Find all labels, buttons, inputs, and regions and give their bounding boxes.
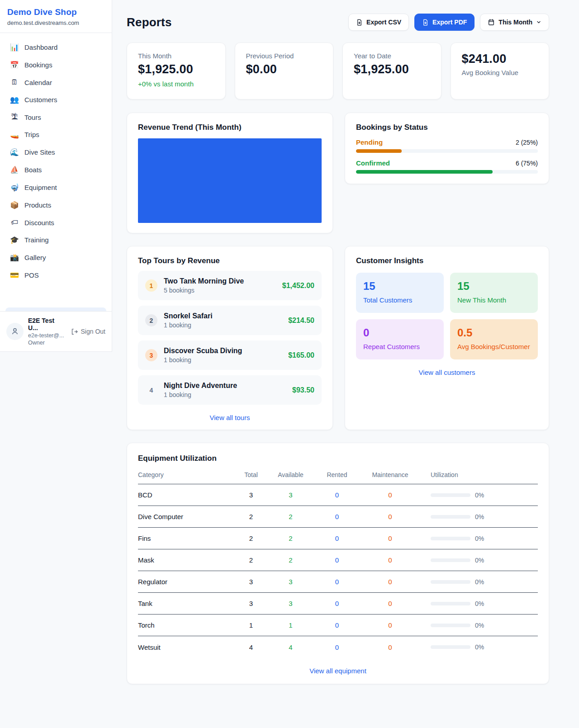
nav-item-icon: 🏝 — [10, 113, 19, 121]
sidebar-nav-item[interactable]: 🗓 Calendar — [5, 74, 106, 91]
insight-tile: 15 Total Customers — [356, 273, 444, 313]
nav-item-icon: 📸 — [10, 253, 19, 262]
sidebar-nav-item[interactable]: 🎓 Training — [5, 231, 106, 249]
stat-card: This Month $1,925.00 +0% vs last month — [127, 43, 226, 99]
status-count: 2 (25%) — [516, 139, 538, 146]
cell-rented: 0 — [314, 534, 360, 542]
sidebar-nav-item[interactable]: 🚤 Trips — [5, 126, 106, 143]
top-tours-card: Top Tours by Revenue 1 Two Tank Morning … — [127, 246, 333, 430]
stat-delta: +0% vs last month — [138, 80, 214, 88]
sidebar-nav: 📊 Dashboard 📅 Bookings 🗓 Calendar 👥 Cust… — [0, 33, 112, 307]
period-dropdown[interactable]: This Month — [480, 14, 549, 31]
status-list: Pending 2 (25%) Confirmed 6 (75%) — [356, 138, 538, 174]
tour-amount: $165.00 — [288, 351, 314, 359]
customer-insights-card: Customer Insights 15 Total Customers 15 … — [345, 246, 549, 430]
sidebar-nav-item[interactable]: 👥 Customers — [5, 91, 106, 109]
col-header-total: Total — [235, 471, 267, 478]
stat-value: $0.00 — [246, 62, 323, 76]
nav-item-label: Training — [24, 236, 49, 244]
sidebar-nav-item[interactable]: 🏷 Discounts — [5, 214, 106, 231]
nav-item-icon: 👥 — [10, 95, 19, 104]
tour-row: 4 Night Dive Adventure 1 booking $93.50 — [138, 375, 322, 405]
revenue-trend-title: Revenue Trend (This Month) — [138, 123, 322, 132]
table-row: Wetsuit 4 4 0 0 0% — [138, 636, 538, 658]
cell-rented: 0 — [314, 556, 360, 564]
equipment-title: Equipment Utilization — [138, 454, 538, 463]
sidebar-nav-item[interactable]: ⛵ Boats — [5, 161, 106, 179]
cell-rented: 0 — [314, 600, 360, 607]
nav-item-label: POS — [24, 271, 39, 279]
cell-category: Tank — [138, 600, 235, 607]
tour-bookings: 1 booking — [164, 391, 286, 398]
tour-bookings: 1 booking — [164, 321, 282, 329]
sidebar-nav-item[interactable]: 🤿 Equipment — [5, 179, 106, 196]
sidebar-nav-item[interactable]: 📅 Bookings — [5, 56, 106, 74]
sidebar-nav-item[interactable]: 💳 POS — [5, 266, 106, 284]
cell-available: 2 — [267, 513, 314, 520]
cell-total: 2 — [235, 556, 267, 564]
tour-info: Night Dive Adventure 1 booking — [164, 382, 286, 398]
brand: Demo Dive Shop demo.test.divestreams.com — [0, 0, 112, 33]
nav-item-icon: ⛵ — [10, 165, 19, 174]
utilization-bar-track — [431, 493, 470, 497]
export-pdf-label: Export PDF — [432, 19, 467, 26]
col-header-rented: Rented — [314, 471, 360, 478]
user-email: e2e-tester@... — [28, 332, 66, 339]
sidebar-nav-item[interactable]: 🏝 Tours — [5, 109, 106, 126]
nav-item-icon: 🤿 — [10, 183, 19, 192]
bookings-by-status-card: Bookings by Status Pending 2 (25%) — [345, 113, 549, 184]
tour-row: 1 Two Tank Morning Dive 5 bookings $1,45… — [138, 271, 322, 300]
nav-item-label: Bookings — [24, 61, 52, 69]
utilization-cell: 0% — [431, 513, 538, 520]
rank-badge: 4 — [145, 384, 157, 396]
cell-available: 1 — [267, 621, 314, 629]
tour-amount: $1,452.00 — [282, 282, 314, 290]
cell-maintenance: 0 — [360, 491, 421, 499]
sign-out-label: Sign Out — [81, 328, 105, 335]
utilization-cell: 0% — [431, 492, 538, 499]
tour-bookings: 1 booking — [164, 356, 282, 364]
insight-value: 0 — [363, 326, 437, 339]
utilization-percent: 0% — [475, 513, 484, 520]
sidebar-nav-item[interactable]: 📸 Gallery — [5, 249, 106, 266]
tour-name: Two Tank Morning Dive — [164, 277, 276, 285]
utilization-bar-track — [431, 645, 470, 649]
nav-item-label: Calendar — [24, 79, 52, 86]
nav-item-icon: 🎓 — [10, 236, 19, 244]
view-all-tours-link[interactable]: View all tours — [138, 414, 322, 421]
rank-badge: 1 — [145, 279, 157, 292]
cell-category: Wetsuit — [138, 643, 235, 651]
table-row: Dive Computer 2 2 0 0 0% — [138, 506, 538, 528]
export-pdf-button[interactable]: Export PDF — [414, 14, 475, 31]
stat-card: Previous Period $0.00 — [235, 43, 334, 99]
status-label: Confirmed — [356, 159, 390, 167]
nav-item-label: Boats — [24, 166, 42, 174]
tour-name: Snorkel Safari — [164, 312, 282, 320]
utilization-percent: 0% — [475, 643, 484, 651]
insight-label: Repeat Customers — [363, 343, 437, 350]
sidebar-nav-item[interactable]: 📦 Products — [5, 196, 106, 214]
view-all-customers-link[interactable]: View all customers — [356, 369, 538, 376]
sidebar-active-item-partial[interactable] — [5, 307, 106, 311]
utilization-percent: 0% — [475, 492, 484, 499]
tour-info: Two Tank Morning Dive 5 bookings — [164, 277, 276, 294]
sidebar-nav-item[interactable]: 📊 Dashboard — [5, 38, 106, 56]
cell-category: Regulator — [138, 578, 235, 586]
tour-info: Snorkel Safari 1 booking — [164, 312, 282, 329]
view-all-equipment-link[interactable]: View all equipment — [138, 667, 538, 675]
equipment-table-header: Category Total Available Rented Maintena… — [138, 471, 538, 484]
nav-item-label: Dive Sites — [24, 148, 55, 156]
nav-item-label: Dashboard — [24, 43, 57, 51]
tour-list: 1 Two Tank Morning Dive 5 bookings $1,45… — [138, 265, 322, 405]
table-row: Mask 2 2 0 0 0% — [138, 549, 538, 571]
cell-total: 3 — [235, 600, 267, 607]
cell-category: BCD — [138, 491, 235, 499]
stats-row: This Month $1,925.00 +0% vs last month P… — [127, 43, 549, 99]
table-row: BCD 3 3 0 0 0% — [138, 484, 538, 506]
sidebar-nav-item[interactable]: 🌊 Dive Sites — [5, 143, 106, 161]
export-csv-button[interactable]: Export CSV — [348, 14, 409, 31]
insight-value: 15 — [363, 280, 437, 293]
insight-value: 0.5 — [457, 326, 531, 339]
revenue-trend-card: Revenue Trend (This Month) — [127, 113, 333, 233]
sign-out-button[interactable]: Sign Out — [71, 328, 105, 336]
